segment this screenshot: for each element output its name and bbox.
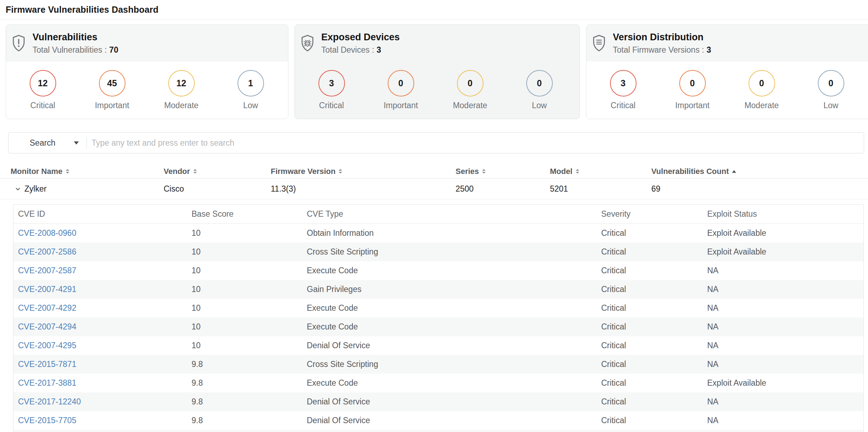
cve-table-row: CVE-2007-429110Gain PrivilegesCriticalNA [13, 280, 863, 299]
base-score-cell: 9.8 [192, 397, 307, 407]
cve-link[interactable]: CVE-2007-4295 [18, 341, 76, 350]
cve-table-row: CVE-2008-096010Obtain InformationCritica… [13, 224, 863, 243]
severity-cell: Critical [601, 266, 707, 275]
moderate-count-circle[interactable]: 0 [457, 70, 483, 97]
severity-label: Critical [611, 101, 635, 110]
card-title: Vulnerabilities [33, 32, 118, 43]
cve-table-row-partial [13, 430, 863, 432]
column-label: Monitor Name [11, 167, 63, 176]
card-subtitle: Total Firmware Versions :3 [613, 45, 711, 55]
cve-table: CVE IDBase ScoreCVE TypeSeverityExploit … [13, 204, 864, 432]
summary-cards: Vulnerabilities Total Vulnerabilities :7… [0, 24, 868, 119]
sort-ascending-icon [732, 170, 736, 173]
total-value: 70 [109, 45, 118, 54]
series-cell: 2500 [456, 184, 550, 194]
cve-type-cell: Cross Site Scripting [307, 247, 601, 257]
shield-bug-icon [301, 35, 314, 52]
important-count-circle[interactable]: 0 [388, 70, 414, 97]
severity-label: Low [532, 101, 547, 110]
severity-cell: Critical [601, 416, 707, 425]
moderate-count-circle[interactable]: 12 [168, 70, 195, 97]
search-input[interactable] [87, 133, 864, 152]
cve-id-cell: CVE-2007-4295 [13, 341, 192, 350]
device-table-header: Monitor NameVendorFirmware VersionSeries… [0, 164, 868, 179]
cve-table-row: CVE-2017-122409.8Denial Of ServiceCritic… [13, 392, 863, 411]
sort-icon [339, 169, 342, 174]
column-label: Model [550, 167, 573, 176]
column-header-monitor-name[interactable]: Monitor Name [0, 167, 164, 176]
cve-table-row: CVE-2015-77059.8Denial Of ServiceCritica… [13, 411, 863, 430]
exploit-status-cell: Exploit Available [707, 378, 863, 388]
low-count-circle[interactable]: 0 [526, 70, 553, 97]
cve-column-header-cve-id: CVE ID [13, 209, 192, 219]
important-count-circle[interactable]: 45 [99, 70, 125, 97]
sort-icon [576, 169, 579, 174]
base-score-cell: 10 [192, 285, 307, 294]
severity-label: Low [823, 101, 838, 110]
search-column-selector[interactable]: Search [8, 133, 87, 153]
severity-label: Critical [30, 101, 55, 110]
cve-link[interactable]: CVE-2015-7871 [18, 360, 76, 369]
low-count-circle[interactable]: 1 [237, 70, 264, 97]
search-bar: Search [8, 132, 864, 153]
exposed-devices-card: Exposed Devices Total Devices :3 3Critic… [294, 24, 580, 119]
cve-id-cell: CVE-2017-12240 [13, 397, 192, 407]
cve-table-row: CVE-2007-429410Execute CodeCriticalNA [13, 317, 863, 336]
cve-link[interactable]: CVE-2008-0960 [18, 228, 76, 238]
cve-type-cell: Execute Code [307, 378, 601, 388]
severity-count-item: 0Low [796, 70, 866, 110]
base-score-cell: 9.8 [192, 416, 307, 425]
exploit-status-cell: NA [707, 266, 863, 275]
critical-count-circle[interactable]: 3 [318, 70, 345, 97]
severity-cell: Critical [601, 228, 707, 238]
cve-table-row: CVE-2015-78719.8Cross Site ScriptingCrit… [13, 355, 863, 374]
shield-exclamation-icon [12, 35, 25, 52]
cve-id-cell: CVE-2007-2586 [13, 247, 192, 257]
cve-link[interactable]: CVE-2007-4292 [18, 303, 76, 313]
critical-count-circle[interactable]: 12 [30, 70, 56, 97]
severity-count-item: 3Critical [297, 70, 366, 110]
title-bar: Firmware Vulnerabilities Dashboard [0, 0, 868, 20]
cve-link[interactable]: CVE-2015-7705 [18, 416, 76, 425]
device-table-row[interactable]: Zylker Cisco 11.3(3) 2500 5201 69 [0, 179, 868, 199]
cve-table-row: CVE-2017-38819.8Execute CodeCriticalExpl… [13, 374, 863, 392]
severity-cell: Critical [601, 247, 707, 257]
important-count-circle[interactable]: 0 [679, 70, 706, 97]
cve-link[interactable]: CVE-2017-12240 [18, 397, 81, 406]
cve-table-body: CVE-2008-096010Obtain InformationCritica… [13, 224, 863, 432]
card-title: Exposed Devices [321, 32, 400, 43]
severity-cell: Critical [601, 360, 707, 369]
cve-table-row: CVE-2007-429510Denial Of ServiceCritical… [13, 336, 863, 355]
cve-link[interactable]: CVE-2007-2587 [18, 266, 76, 275]
exploit-status-cell: NA [707, 341, 863, 350]
cve-link[interactable]: CVE-2017-3881 [18, 378, 76, 387]
severity-cell: Critical [601, 341, 707, 350]
severity-count-item: 0Low [505, 70, 574, 110]
critical-count-circle[interactable]: 3 [610, 70, 637, 97]
cve-id-cell: CVE-2015-7871 [13, 360, 192, 369]
search-selector-label: Search [30, 138, 55, 148]
column-header-series[interactable]: Series [456, 167, 550, 176]
cve-id-cell: CVE-2008-0960 [13, 228, 192, 238]
cve-id-cell: CVE-2007-2587 [13, 266, 192, 275]
sort-icon [66, 169, 69, 174]
cve-link[interactable]: CVE-2007-2586 [18, 247, 76, 256]
low-count-circle[interactable]: 0 [818, 70, 844, 97]
column-header-model[interactable]: Model [550, 167, 651, 176]
column-header-firmware-version[interactable]: Firmware Version [271, 167, 456, 176]
cve-type-cell: Gain Privileges [307, 285, 601, 294]
moderate-count-circle[interactable]: 0 [749, 70, 775, 97]
cve-link[interactable]: CVE-2007-4294 [18, 322, 76, 331]
shield-list-icon [592, 35, 606, 52]
cve-id-cell: CVE-2007-4294 [13, 322, 192, 332]
cve-link[interactable]: CVE-2007-4291 [18, 285, 76, 294]
base-score-cell: 10 [192, 322, 307, 332]
severity-count-item: 0Moderate [727, 70, 796, 110]
collapse-chevron-icon[interactable] [15, 186, 21, 192]
cve-id-cell: CVE-2017-3881 [13, 378, 192, 388]
vulnerabilities-count-cell: 69 [651, 184, 868, 194]
column-header-vendor[interactable]: Vendor [164, 167, 271, 176]
severity-label: Low [243, 101, 258, 110]
column-header-vulnerabilities-count[interactable]: Vulnerabilities Count [651, 167, 868, 176]
card-title: Version Distribution [613, 32, 711, 43]
